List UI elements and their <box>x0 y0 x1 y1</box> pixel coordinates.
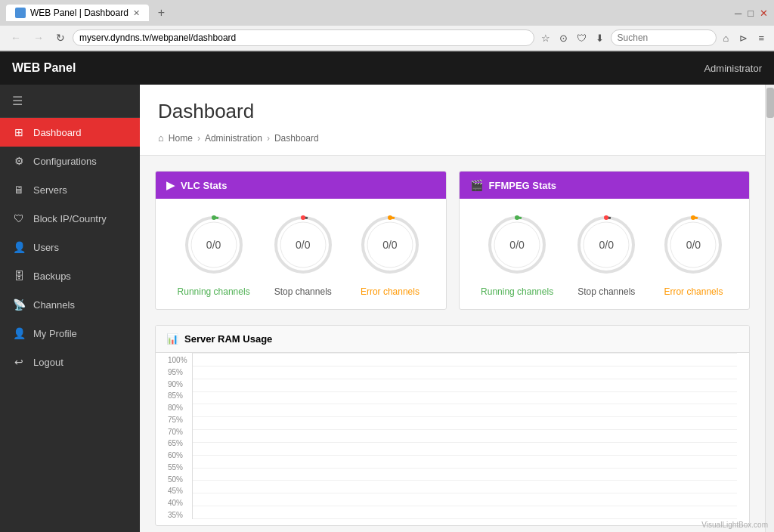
grid-line-95 <box>193 366 737 367</box>
grid-line-90 <box>193 379 737 379</box>
svg-point-15 <box>515 215 519 220</box>
sidebar-item-servers[interactable]: 🖥 Servers <box>0 175 140 204</box>
sidebar-item-logout[interactable]: ↩ Logout <box>0 348 140 376</box>
sidebar-item-my-profile[interactable]: 👤 My Profile <box>0 319 140 348</box>
sidebar-label-channels: Channels <box>33 299 75 311</box>
menu-toggle-button[interactable]: ☰ <box>0 85 140 118</box>
breadcrumb-admin[interactable]: Administration <box>205 133 262 144</box>
ffmpeg-stats-header: 🎬 FFMPEG Stats <box>460 172 750 199</box>
download-icon[interactable]: ⬇ <box>592 30 608 46</box>
user-label: Administrator <box>704 63 762 74</box>
vlc-stop-gauge: 0/0 <box>269 211 337 279</box>
minimize-button[interactable]: ─ <box>735 8 741 19</box>
sidebar-label-dashboard: Dashboard <box>33 127 82 138</box>
home-breadcrumb-icon: ⌂ <box>158 132 164 144</box>
logout-icon: ↩ <box>12 356 26 368</box>
ffmpeg-stop-stat: 0/0 Stop channels <box>572 211 640 297</box>
ffmpeg-stop-gauge: 0/0 <box>572 211 640 279</box>
vlc-stop-stat: 0/0 Stop channels <box>269 211 337 297</box>
sidebar-item-channels[interactable]: 📡 Channels <box>0 290 140 319</box>
grid-line-85 <box>193 391 737 392</box>
y-label-50: 50% <box>168 475 187 484</box>
sidebar-item-users[interactable]: 👤 Users <box>0 233 140 261</box>
search-input[interactable] <box>611 29 717 46</box>
breadcrumb-home[interactable]: Home <box>169 133 193 144</box>
ffmpeg-header-icon: 🎬 <box>470 179 483 191</box>
scrollbar[interactable] <box>765 85 774 532</box>
bookmark-icon[interactable]: ☆ <box>537 30 554 46</box>
grid-line-50 <box>193 480 737 481</box>
credit-label: VisualLightBox.com <box>701 521 768 529</box>
hamburger-icon: ☰ <box>12 94 23 107</box>
vlc-stop-value: 0/0 <box>296 239 310 251</box>
backups-icon: 🗄 <box>12 270 26 282</box>
scrollbar-thumb[interactable] <box>766 88 774 118</box>
y-label-85: 85% <box>168 391 187 400</box>
ffmpeg-stop-value: 0/0 <box>599 239 614 251</box>
svg-point-11 <box>388 215 392 220</box>
close-window-button[interactable]: ✕ <box>760 8 768 19</box>
y-label-95: 95% <box>168 368 187 376</box>
y-label-80: 80% <box>168 404 187 412</box>
vlc-running-gauge: 0/0 <box>180 211 248 279</box>
grid-line-40 <box>193 506 737 506</box>
ffmpeg-running-value: 0/0 <box>509 239 524 251</box>
vlc-running-stat: 0/0 Running channels <box>178 211 250 297</box>
sidebar-label-logout: Logout <box>33 357 63 368</box>
top-bar: WEB Panel Administrator <box>0 51 774 85</box>
refresh-button[interactable]: ↻ <box>51 29 70 46</box>
y-label-55: 55% <box>168 463 187 472</box>
y-label-35: 35% <box>168 511 187 519</box>
servers-icon: 🖥 <box>12 184 26 196</box>
shield-icon[interactable]: 🛡 <box>573 30 590 46</box>
page-title: Dashboard <box>158 100 747 123</box>
y-label-100: 100% <box>168 356 187 364</box>
ram-usage-card: 📊 Server RAM Usage 100% 95% 90% 85% 80% … <box>155 325 750 526</box>
bookmark-nav-icon[interactable]: ⊳ <box>735 30 751 46</box>
tab-close-button[interactable]: ✕ <box>133 8 140 18</box>
grid-line-35 <box>193 518 737 519</box>
more-icon[interactable]: ≡ <box>754 30 768 46</box>
browser-tab[interactable]: WEB Panel | Dashboard ✕ <box>6 5 149 21</box>
url-bar[interactable] <box>73 29 534 46</box>
ffmpeg-stats-title: FFMPEG Stats <box>489 180 557 191</box>
grid-line-100 <box>193 353 737 354</box>
ram-graph <box>192 353 737 519</box>
back-button[interactable]: ← <box>6 29 26 46</box>
ram-card-header: 📊 Server RAM Usage <box>156 326 749 353</box>
ram-y-axis: 100% 95% 90% 85% 80% 75% 70% 65% 60% 55%… <box>168 353 192 519</box>
home-nav-icon[interactable]: ⌂ <box>720 30 733 46</box>
svg-point-23 <box>691 215 695 220</box>
new-tab-button[interactable]: + <box>153 5 169 21</box>
forward-button[interactable]: → <box>29 29 48 46</box>
breadcrumb: ⌂ Home › Administration › Dashboard <box>158 132 747 144</box>
ffmpeg-stats-card: 🎬 FFMPEG Stats <box>459 171 751 310</box>
maximize-button[interactable]: □ <box>748 8 754 19</box>
sidebar-label-my-profile: My Profile <box>33 328 77 339</box>
ram-chart-area: 100% 95% 90% 85% 80% 75% 70% 65% 60% 55%… <box>168 353 737 519</box>
screenshot-icon[interactable]: ⊙ <box>556 30 571 46</box>
sidebar-item-dashboard[interactable]: ⊞ Dashboard <box>0 118 140 147</box>
vlc-error-label: Error channels <box>361 286 420 297</box>
ffmpeg-error-gauge: 0/0 <box>659 211 727 279</box>
vlc-error-value: 0/0 <box>382 239 397 251</box>
sidebar-item-configurations[interactable]: ⚙ Configurations <box>0 147 140 175</box>
browser-chrome: WEB Panel | Dashboard ✕ + ─ □ ✕ ← → ↻ ☆ … <box>0 0 774 51</box>
grid-line-55 <box>193 468 737 469</box>
y-label-60: 60% <box>168 451 187 459</box>
sidebar-label-backups: Backups <box>33 271 71 282</box>
svg-point-19 <box>604 215 608 220</box>
app-container: ☰ ⊞ Dashboard ⚙ Configurations 🖥 Servers… <box>0 85 774 532</box>
sidebar-item-backups[interactable]: 🗄 Backups <box>0 261 140 290</box>
browser-titlebar: WEB Panel | Dashboard ✕ + ─ □ ✕ <box>0 0 774 26</box>
vlc-error-gauge: 0/0 <box>356 211 424 279</box>
configurations-icon: ⚙ <box>12 155 26 167</box>
grid-line-45 <box>193 493 737 493</box>
vlc-running-value: 0/0 <box>206 239 221 251</box>
breadcrumb-current: Dashboard <box>274 133 319 144</box>
breadcrumb-sep-2: › <box>267 133 270 144</box>
vlc-stats-title: VLC Stats <box>181 180 227 191</box>
sidebar-item-block-ip[interactable]: 🛡 Block IP/Country <box>0 204 140 233</box>
svg-point-7 <box>301 215 305 220</box>
grid-line-75 <box>193 416 737 417</box>
